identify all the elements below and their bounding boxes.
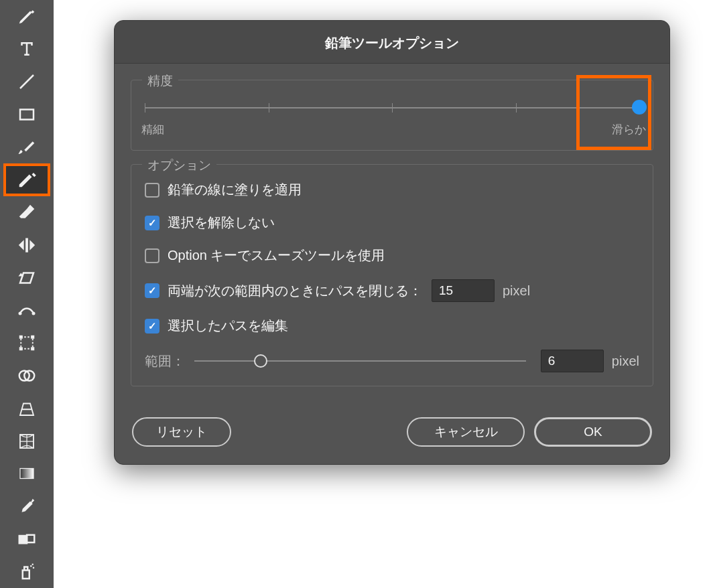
svg-rect-6 — [19, 347, 23, 350]
highlight-box — [576, 75, 651, 150]
close-paths-checkbox[interactable] — [145, 283, 159, 298]
keep-selected-row: 選択を解除しない — [145, 214, 639, 232]
shear-tool-icon — [17, 268, 37, 288]
fill-new-strokes-row: 鉛筆の線に塗りを適用 — [145, 181, 639, 199]
rectangle-tool-icon — [17, 104, 37, 125]
symbol-spray-tool[interactable] — [3, 555, 50, 588]
blend-tool-icon — [17, 529, 37, 549]
svg-rect-3 — [21, 337, 33, 349]
close-paths-label: 両端が次の範囲内のときにパスを閉じる： — [168, 282, 422, 300]
svg-rect-13 — [27, 535, 34, 542]
blend-tool[interactable] — [3, 523, 50, 556]
options-group: オプション 鉛筆の線に塗りを適用 選択を解除しない Option キーでスムーズ… — [131, 164, 653, 386]
free-transform-tool-icon — [17, 333, 37, 353]
dialog-button-row: リセット キャンセル OK — [115, 408, 669, 464]
reset-button[interactable]: リセット — [132, 417, 231, 447]
pencil-tool-icon — [17, 169, 37, 190]
width-tool-icon — [17, 300, 37, 320]
options-group-label: オプション — [142, 157, 216, 174]
perspective-tool-icon — [17, 398, 37, 419]
slider-tick — [516, 103, 517, 113]
cancel-button[interactable]: キャンセル — [407, 417, 525, 447]
svg-rect-7 — [31, 347, 34, 350]
pen-tool-icon — [17, 6, 37, 26]
accuracy-group-label: 精度 — [142, 72, 178, 90]
option-smooth-label: Option キーでスムーズツールを使用 — [168, 246, 385, 265]
pencil-tool[interactable] — [3, 163, 50, 196]
dialog-title: 鉛筆ツールオプション — [115, 21, 669, 64]
edit-selected-row: 選択したパスを編集 — [145, 317, 639, 335]
svg-rect-14 — [23, 570, 29, 579]
accuracy-slider[interactable]: 精細 滑らか — [145, 96, 639, 137]
pen-tool[interactable] — [3, 0, 50, 33]
slider-tick — [392, 103, 393, 113]
edit-selected-label: 選択したパスを編集 — [168, 317, 288, 335]
svg-point-16 — [33, 567, 35, 569]
svg-point-17 — [32, 563, 34, 565]
fill-new-strokes-checkbox[interactable] — [145, 183, 159, 198]
rectangle-tool[interactable] — [3, 98, 50, 131]
close-paths-input[interactable] — [432, 279, 495, 302]
toolbar — [0, 0, 54, 588]
mesh-tool[interactable] — [3, 425, 50, 457]
gradient-tool[interactable] — [3, 457, 50, 490]
within-range-input[interactable] — [541, 350, 604, 372]
svg-point-1 — [19, 312, 22, 315]
shear-tool[interactable] — [3, 261, 50, 294]
shape-builder-tool[interactable] — [3, 360, 50, 392]
symbol-spray-tool-icon — [17, 562, 37, 582]
svg-rect-11 — [20, 469, 34, 479]
eraser-tool[interactable] — [3, 196, 50, 229]
within-range-label: 範囲： — [145, 352, 185, 370]
reflect-tool-icon — [17, 235, 37, 255]
line-tool[interactable] — [3, 66, 50, 98]
keep-selected-checkbox[interactable] — [145, 216, 159, 230]
eyedropper-tool-icon — [17, 496, 37, 516]
close-paths-row: 両端が次の範囲内のときにパスを閉じる： pixel — [145, 279, 639, 302]
type-tool[interactable] — [3, 33, 50, 66]
free-transform-tool[interactable] — [3, 327, 50, 360]
line-tool-icon — [17, 72, 37, 92]
within-range-thumb[interactable] — [254, 354, 267, 368]
fill-new-strokes-label: 鉛筆の線に塗りを適用 — [168, 181, 302, 199]
accuracy-left-label: 精細 — [141, 122, 164, 137]
eraser-tool-icon — [17, 202, 37, 222]
option-smooth-row: Option キーでスムーズツールを使用 — [145, 246, 639, 265]
reflect-tool[interactable] — [3, 229, 50, 262]
width-tool[interactable] — [3, 294, 50, 327]
accuracy-group: 精度 精細 滑らか — [131, 80, 653, 151]
range-track — [194, 360, 526, 362]
option-smooth-checkbox[interactable] — [145, 248, 159, 263]
gradient-tool-icon — [17, 463, 37, 484]
brush-tool[interactable] — [3, 131, 50, 163]
mesh-tool-icon — [17, 431, 37, 451]
slider-tick — [269, 103, 269, 113]
ok-button[interactable]: OK — [534, 417, 652, 447]
svg-rect-4 — [19, 336, 23, 339]
svg-rect-0 — [20, 109, 34, 119]
slider-tick — [145, 103, 145, 113]
brush-tool-icon — [17, 137, 37, 157]
keep-selected-label: 選択を解除しない — [168, 214, 275, 232]
within-range-unit: pixel — [612, 354, 639, 369]
eyedropper-tool[interactable] — [3, 490, 50, 523]
close-paths-unit: pixel — [503, 283, 530, 299]
svg-point-2 — [32, 312, 36, 315]
pencil-tool-options-dialog: 鉛筆ツールオプション 精度 精細 滑らか オプション 鉛筆の線 — [114, 20, 670, 465]
perspective-tool[interactable] — [3, 392, 50, 425]
svg-rect-5 — [31, 336, 34, 339]
edit-selected-checkbox[interactable] — [145, 319, 159, 334]
within-range-row: 範囲： pixel — [145, 350, 639, 372]
shape-builder-tool-icon — [17, 366, 37, 386]
svg-point-15 — [30, 565, 32, 567]
within-range-slider[interactable] — [194, 353, 526, 369]
svg-rect-12 — [19, 536, 27, 543]
type-tool-icon — [17, 39, 37, 59]
